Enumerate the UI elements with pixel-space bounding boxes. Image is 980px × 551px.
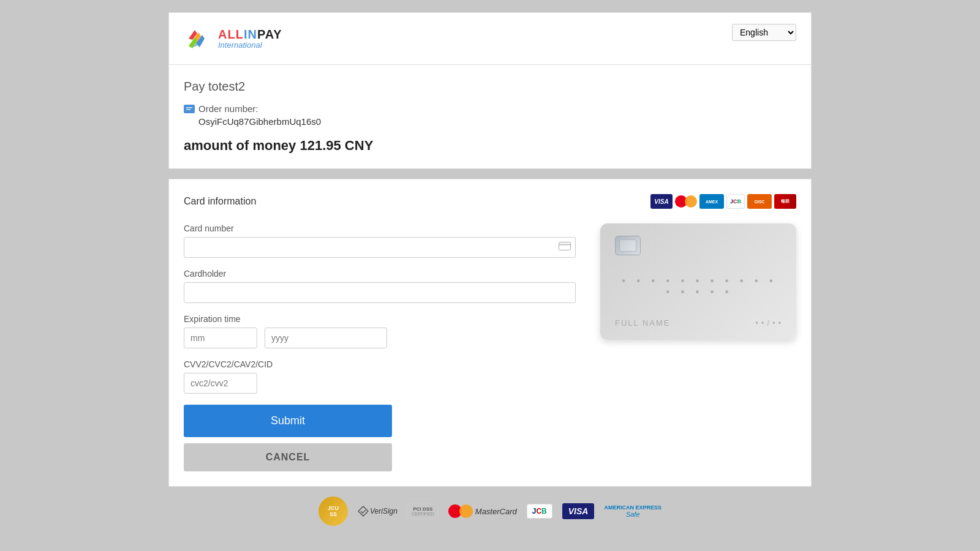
form-card-layout: Card number Cardholder bbox=[184, 223, 796, 471]
card-chip bbox=[615, 236, 641, 255]
unionpay-logo: 银联 bbox=[774, 194, 796, 209]
card-number-input[interactable] bbox=[184, 237, 576, 258]
card-expiry-display: • • / • • bbox=[756, 319, 782, 328]
footer-verisign-logo: VeriSign bbox=[358, 506, 398, 517]
card-number-display: • • • • • • • • • • • • • • • • bbox=[615, 276, 782, 298]
submit-button[interactable]: Submit bbox=[184, 405, 392, 437]
footer-jcb-logo: JCB bbox=[527, 504, 552, 519]
order-panel: Pay totest2 Order number: OsyiFcUq87Gibh… bbox=[168, 65, 812, 169]
discover-logo: DISC bbox=[747, 194, 772, 209]
card-logos: VISA AMEX JCB DISC 银联 bbox=[650, 194, 796, 209]
footer-area: JCUSS VeriSign PCI DSS CERTIFIED MasterC… bbox=[168, 487, 812, 536]
amount-text: amount of money 121.95 CNY bbox=[184, 138, 796, 154]
language-select[interactable]: English 中文 Español bbox=[732, 24, 796, 41]
cardholder-input[interactable] bbox=[184, 282, 576, 303]
expiry-year-input[interactable] bbox=[265, 328, 387, 348]
card-panel: Card information VISA AMEX JCB DISC bbox=[168, 179, 812, 487]
card-chip-inner bbox=[619, 239, 636, 252]
logo-all: ALL bbox=[218, 28, 244, 41]
order-number-label: Order number: bbox=[198, 103, 258, 114]
card-number-label: Card number bbox=[184, 223, 576, 233]
logo-main: ALLINPAY bbox=[218, 28, 282, 41]
expiry-month-input[interactable] bbox=[184, 328, 257, 348]
card-type-icon bbox=[559, 242, 571, 253]
card-panel-header: Card information VISA AMEX JCB DISC bbox=[184, 194, 796, 209]
svg-rect-3 bbox=[559, 242, 571, 250]
header-panel: ALLINPAY International English 中文 Españo… bbox=[168, 12, 812, 65]
footer-pci-logo: PCI DSS CERTIFIED bbox=[407, 503, 439, 519]
logo-area: ALLINPAY International bbox=[184, 24, 282, 53]
cvv-group: CVV2/CVC2/CAV2/CID bbox=[184, 359, 576, 394]
svg-rect-4 bbox=[559, 244, 571, 246]
card-number-wrapper bbox=[184, 237, 576, 258]
logo-in: IN bbox=[244, 28, 257, 41]
jcb-logo: JCB bbox=[726, 194, 745, 209]
card-number-group: Card number bbox=[184, 223, 576, 258]
amex-logo: AMEX bbox=[699, 194, 724, 209]
order-number-row: Order number: bbox=[184, 103, 796, 114]
expiration-group: Expiration time bbox=[184, 314, 576, 348]
card-info-title: Card information bbox=[184, 196, 256, 207]
cvv-input[interactable] bbox=[184, 373, 257, 394]
expiry-row bbox=[184, 328, 576, 348]
cardholder-label: Cardholder bbox=[184, 269, 576, 279]
cvv-label: CVV2/CVC2/CAV2/CID bbox=[184, 359, 576, 369]
pay-title: Pay totest2 bbox=[184, 80, 796, 94]
card-visual: • • • • • • • • • • • • • • • • FULL NAM… bbox=[600, 223, 796, 340]
form-section: Card number Cardholder bbox=[184, 223, 576, 471]
order-icon bbox=[184, 105, 195, 113]
logo-text: ALLINPAY International bbox=[218, 28, 282, 50]
footer-jcuss-logo: JCUSS bbox=[318, 497, 348, 526]
card-bottom: FULL NAME • • / • • bbox=[615, 318, 782, 328]
order-number-value: OsyiFcUq87GibherbmUq16s0 bbox=[198, 116, 796, 127]
allinpay-logo-icon bbox=[184, 24, 213, 53]
expiration-label: Expiration time bbox=[184, 314, 576, 324]
logo-pay: PAY bbox=[257, 28, 282, 41]
svg-rect-2 bbox=[186, 109, 190, 110]
footer-mastercard-logo: MasterCard bbox=[448, 503, 517, 519]
mastercard-logo bbox=[675, 194, 697, 209]
footer-visa-logo: VISA bbox=[562, 503, 595, 519]
card-fullname: FULL NAME bbox=[615, 318, 670, 328]
language-selector[interactable]: English 中文 Español bbox=[732, 24, 796, 41]
cancel-button[interactable]: CANCEL bbox=[184, 443, 392, 471]
logo-subtitle: International bbox=[218, 41, 282, 50]
svg-rect-1 bbox=[186, 107, 192, 108]
cardholder-group: Cardholder bbox=[184, 269, 576, 303]
footer-amex-safekey-logo: AMERICAN EXPRESS Safe bbox=[604, 504, 662, 518]
visa-logo: VISA bbox=[650, 194, 673, 209]
